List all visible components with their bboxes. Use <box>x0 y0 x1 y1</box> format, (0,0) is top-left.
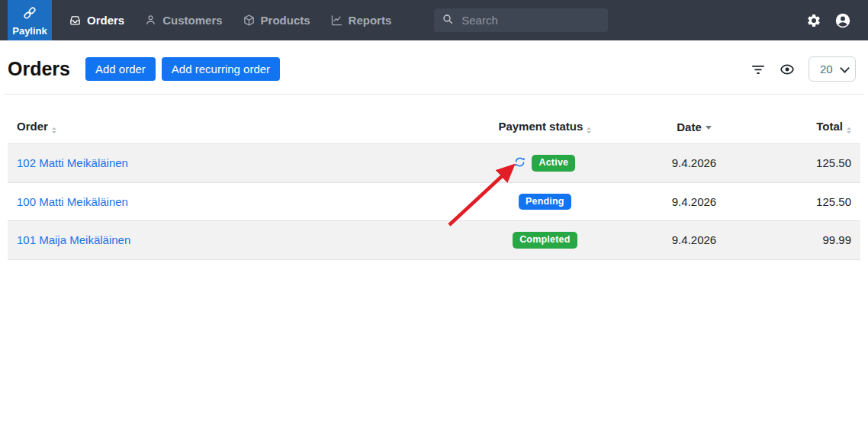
brand-name: Paylink <box>12 25 47 37</box>
search-input[interactable] <box>460 13 615 27</box>
nav-item-label: Reports <box>349 14 392 27</box>
nav-item-products[interactable]: Products <box>243 14 310 27</box>
column-header-order[interactable]: Order <box>8 110 460 144</box>
table-row: 102 Matti Meikäläinen Active 9.4.2026 12… <box>8 144 860 183</box>
main-nav: Orders Customers Products <box>69 14 391 27</box>
inbox-icon <box>69 14 82 27</box>
add-recurring-order-button[interactable]: Add recurring order <box>162 57 280 81</box>
page-size-select-wrap: 20 <box>809 56 856 82</box>
filter-icon[interactable] <box>751 62 766 77</box>
nav-item-label: Customers <box>162 14 222 27</box>
order-total: 125.50 <box>758 144 860 183</box>
column-header-payment-status[interactable]: Payment status <box>460 110 631 144</box>
sort-desc-icon <box>706 126 712 130</box>
sort-icon <box>587 127 591 133</box>
header-buttons: Add order Add recurring order <box>85 57 280 81</box>
settings-gear-icon[interactable] <box>806 13 821 28</box>
table-header-row: Order Payment status Date Total <box>8 110 860 144</box>
add-order-button[interactable]: Add order <box>85 57 156 81</box>
top-navbar: Paylink Orders Customers <box>0 0 868 40</box>
eye-icon[interactable] <box>779 61 796 78</box>
orders-table-wrap: Order Payment status Date Total 102 Matt… <box>8 110 860 260</box>
order-date: 9.4.2026 <box>630 182 758 221</box>
status-badge: Pending <box>519 194 571 210</box>
page-size-select[interactable]: 20 <box>809 56 856 82</box>
status-badge: Active <box>532 155 575 172</box>
column-header-total[interactable]: Total <box>758 110 860 144</box>
sort-icon <box>52 127 56 133</box>
search-icon <box>442 13 454 28</box>
nav-item-orders[interactable]: Orders <box>69 14 124 27</box>
navbar-right <box>806 12 851 29</box>
nav-item-customers[interactable]: Customers <box>144 14 222 27</box>
nav-item-reports[interactable]: Reports <box>330 14 392 27</box>
page-header: Orders Add order Add recurring order 20 <box>4 40 864 95</box>
order-link[interactable]: 101 Maija Meikäläinen <box>17 233 130 246</box>
package-icon <box>243 14 256 27</box>
order-link[interactable]: 100 Matti Meikäläinen <box>17 195 128 208</box>
brand-logo[interactable]: Paylink <box>8 0 52 40</box>
order-total: 99.99 <box>758 221 860 260</box>
page-title: Orders <box>8 58 70 80</box>
table-row: 100 Matti Meikäläinen Pending 9.4.2026 1… <box>8 182 860 221</box>
orders-table: Order Payment status Date Total 102 Matt… <box>8 110 860 260</box>
link-icon <box>21 5 38 24</box>
order-date: 9.4.2026 <box>630 144 758 183</box>
nav-item-label: Orders <box>87 14 124 27</box>
status-badge: Completed <box>513 232 577 249</box>
column-header-date[interactable]: Date <box>630 110 758 144</box>
sort-icon <box>847 127 851 133</box>
order-date: 9.4.2026 <box>630 221 758 260</box>
chart-icon <box>330 14 343 27</box>
user-avatar-icon[interactable] <box>834 12 851 29</box>
recurring-refresh-icon <box>514 156 526 170</box>
table-row: 101 Maija Meikäläinen Completed 9.4.2026… <box>8 221 860 260</box>
nav-item-label: Products <box>261 14 310 27</box>
search-box <box>434 8 608 32</box>
person-icon <box>144 14 157 27</box>
order-total: 125.50 <box>758 182 860 221</box>
order-link[interactable]: 102 Matti Meikäläinen <box>17 156 128 169</box>
header-controls: 20 <box>751 56 856 82</box>
